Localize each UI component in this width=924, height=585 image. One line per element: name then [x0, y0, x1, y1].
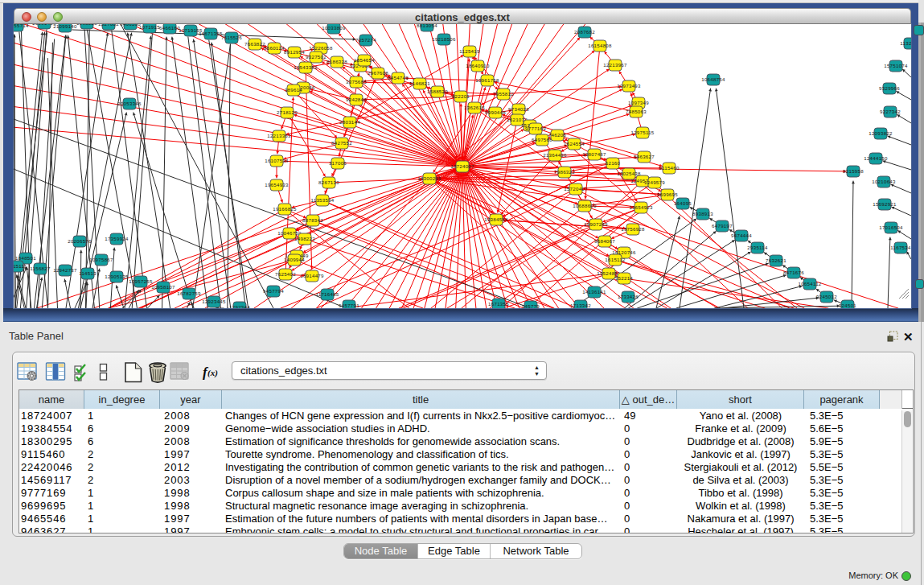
svg-text:10654112: 10654112: [798, 281, 821, 286]
svg-text:12093822: 12093822: [869, 130, 893, 136]
svg-text:20206576: 20206576: [68, 238, 92, 244]
svg-text:7625402: 7625402: [275, 271, 296, 277]
svg-text:8938913: 8938913: [692, 211, 713, 216]
svg-text:6466160: 6466160: [120, 24, 141, 27]
svg-text:1588520: 1588520: [427, 89, 448, 94]
svg-text:9699695: 9699695: [657, 192, 678, 197]
svg-text:12213363: 12213363: [267, 133, 291, 138]
svg-text:9457794: 9457794: [263, 288, 284, 294]
svg-text:7515526: 7515526: [221, 35, 242, 40]
svg-text:16107534: 16107534: [265, 158, 289, 163]
svg-text:12444150: 12444150: [864, 155, 888, 161]
svg-text:15720407: 15720407: [564, 186, 588, 192]
svg-text:19756928: 19756928: [621, 226, 645, 232]
svg-text:8186328: 8186328: [326, 59, 347, 64]
svg-text:11353594: 11353594: [310, 197, 334, 203]
svg-text:18724007: 18724007: [450, 163, 474, 169]
svg-text:15751074: 15751074: [884, 63, 908, 68]
svg-text:20053346: 20053346: [117, 101, 142, 106]
svg-text:19654923: 19654923: [629, 204, 653, 210]
svg-text:1527602: 1527602: [98, 24, 119, 27]
svg-text:1733426: 1733426: [618, 294, 639, 299]
svg-text:1498222: 1498222: [294, 236, 315, 241]
svg-text:9684067: 9684067: [594, 238, 615, 244]
svg-text:1615112: 1615112: [605, 257, 626, 262]
svg-text:10807487: 10807487: [582, 151, 606, 157]
svg-text:9463627: 9463627: [634, 154, 655, 159]
svg-text:6466160: 6466160: [159, 25, 180, 31]
svg-text:1156827: 1156827: [30, 266, 51, 271]
svg-text:10973493: 10973493: [617, 83, 641, 89]
svg-text:1713342: 1713342: [570, 303, 591, 308]
svg-text:822201: 822201: [452, 93, 470, 99]
svg-text:1671355: 1671355: [488, 301, 509, 307]
svg-text:10648754: 10648754: [701, 76, 725, 82]
svg-text:12905135: 12905135: [105, 274, 129, 279]
svg-text:9245012: 9245012: [816, 294, 837, 299]
svg-text:16782759: 16782759: [177, 290, 201, 296]
svg-text:19218506: 19218506: [432, 36, 456, 42]
svg-text:989614: 989614: [285, 87, 302, 93]
svg-text:3915111: 3915111: [14, 263, 27, 269]
svg-text:8471676: 8471676: [783, 270, 804, 275]
svg-text:2718120: 2718120: [277, 109, 298, 115]
svg-text:9777169: 9777169: [525, 126, 546, 131]
svg-text:2935114: 2935114: [747, 245, 768, 250]
svg-text:8878342: 8878342: [302, 217, 323, 223]
svg-text:14055714: 14055714: [14, 24, 29, 28]
svg-text:1071915: 1071915: [139, 24, 160, 30]
svg-text:9327502: 9327502: [306, 54, 326, 60]
svg-text:10688609: 10688609: [573, 203, 597, 208]
svg-text:8427552: 8427552: [331, 140, 352, 146]
svg-text:15226058: 15226058: [309, 45, 333, 51]
svg-text:6990448: 6990448: [485, 109, 506, 115]
svg-text:21099140: 21099140: [53, 24, 77, 29]
svg-text:7632621: 7632621: [766, 257, 786, 263]
svg-text:1848501: 1848501: [15, 255, 36, 261]
svg-text:1167534: 1167534: [890, 245, 911, 250]
svg-text:16671355: 16671355: [199, 31, 223, 36]
svg-text:252214: 252214: [615, 275, 633, 281]
svg-text:8267130: 8267130: [318, 179, 339, 185]
svg-text:10046750: 10046750: [277, 230, 302, 236]
svg-text:945779: 945779: [522, 303, 540, 308]
svg-text:12975115: 12975115: [630, 130, 654, 135]
svg-text:164095: 164095: [674, 200, 692, 206]
svg-text:10975867: 10975867: [89, 257, 113, 262]
svg-text:62160: 62160: [606, 160, 621, 166]
svg-text:8215958: 8215958: [843, 168, 864, 174]
svg-text:18640910: 18640910: [466, 63, 490, 68]
svg-text:1409944: 1409944: [284, 257, 305, 262]
svg-text:21364436: 21364436: [543, 152, 567, 158]
svg-text:16154808: 16154808: [588, 43, 612, 48]
svg-text:1624554: 1624554: [564, 141, 585, 146]
svg-text:12213967: 12213967: [603, 62, 627, 68]
svg-text:7357274: 7357274: [355, 37, 376, 43]
svg-text:10033809: 10033809: [322, 25, 346, 31]
svg-text:7955812: 7955812: [493, 91, 514, 97]
svg-text:19384554: 19384554: [484, 216, 508, 222]
svg-text:17957255: 17957255: [129, 278, 153, 284]
svg-text:10961758: 10961758: [475, 77, 499, 83]
svg-text:3375685: 3375685: [346, 79, 367, 84]
svg-text:18907249: 18907249: [584, 221, 608, 227]
svg-text:1292344: 1292344: [229, 304, 250, 308]
svg-text:9474444: 9474444: [731, 233, 752, 238]
svg-text:317006: 317006: [329, 160, 347, 166]
svg-text:9242848: 9242848: [346, 97, 367, 102]
svg-text:10543382: 10543382: [294, 64, 318, 70]
svg-text:1249579: 1249579: [644, 179, 665, 185]
svg-text:1097349: 1097349: [628, 100, 649, 105]
svg-text:16914479: 16914479: [300, 273, 324, 278]
svg-text:11716485: 11716485: [315, 291, 339, 297]
svg-text:(x): (x): [207, 368, 218, 378]
svg-text:746206: 746206: [548, 132, 566, 138]
svg-text:19166825: 19166825: [273, 206, 297, 212]
svg-text:2803144: 2803144: [339, 119, 360, 125]
svg-text:10958107: 10958107: [151, 284, 175, 290]
svg-text:6497568: 6497568: [532, 137, 552, 142]
svg-text:8912954: 8912954: [284, 49, 305, 55]
svg-text:1362615: 1362615: [464, 105, 485, 110]
svg-text:17359924: 17359924: [105, 236, 129, 241]
svg-text:7485063: 7485063: [626, 109, 647, 114]
